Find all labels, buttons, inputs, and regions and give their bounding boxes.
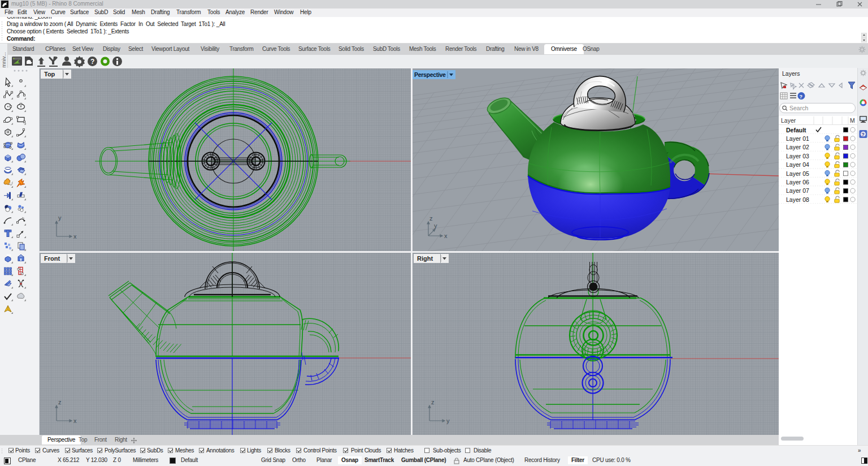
svg-text:y: y <box>434 222 437 229</box>
svg-text:x: x <box>444 232 448 239</box>
svg-text:Search: Search <box>789 105 808 111</box>
svg-text:Front: Front <box>44 255 60 262</box>
svg-text:z: z <box>429 215 433 222</box>
svg-text:y: y <box>446 417 450 424</box>
svg-text:Layer 02: Layer 02 <box>786 144 809 150</box>
svg-text:Layer 07: Layer 07 <box>786 187 809 194</box>
svg-text:?: ? <box>90 58 94 66</box>
svg-text:?: ? <box>800 94 803 100</box>
svg-text:z: z <box>58 399 62 405</box>
svg-text:Default: Default <box>786 127 806 133</box>
svg-text:Layer 01: Layer 01 <box>786 135 809 142</box>
svg-text:M: M <box>850 117 855 124</box>
svg-text:Top: Top <box>44 71 55 77</box>
svg-text:Layer 03: Layer 03 <box>786 153 809 159</box>
svg-text:x: x <box>73 233 77 240</box>
svg-text:Layer 06: Layer 06 <box>786 179 809 185</box>
svg-text:Layer: Layer <box>781 117 796 124</box>
svg-text:Layers: Layers <box>782 70 800 77</box>
svg-text:z: z <box>431 399 435 405</box>
svg-text:y: y <box>58 214 62 221</box>
svg-text:Layer 05: Layer 05 <box>786 170 809 177</box>
svg-text:Perspective: Perspective <box>414 71 446 78</box>
svg-text:Layer 04: Layer 04 <box>786 161 809 168</box>
svg-text:?: ? <box>862 132 865 137</box>
svg-text:x: x <box>73 417 77 424</box>
svg-text:Right: Right <box>417 255 433 262</box>
svg-text:Layer 08: Layer 08 <box>786 196 809 203</box>
